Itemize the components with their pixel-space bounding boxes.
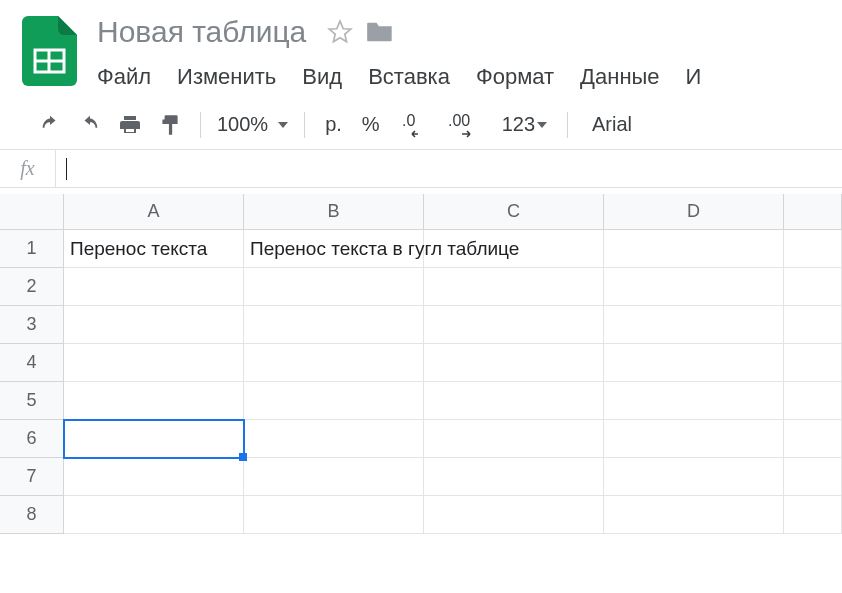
chevron-down-icon — [278, 122, 288, 128]
formula-bar: fx — [0, 150, 842, 188]
svg-marker-3 — [329, 21, 351, 42]
row-header-5[interactable]: 5 — [0, 382, 64, 420]
cell-b1[interactable]: Перенос текста в гугл таблице — [244, 230, 424, 268]
doc-title[interactable]: Новая таблица — [97, 17, 306, 47]
cell-b4[interactable] — [244, 344, 424, 382]
number-format-label: 123 — [502, 113, 535, 136]
cell-e3[interactable] — [784, 306, 842, 344]
row-header-1[interactable]: 1 — [0, 230, 64, 268]
cell-b7[interactable] — [244, 458, 424, 496]
cell-e2[interactable] — [784, 268, 842, 306]
cell-e4[interactable] — [784, 344, 842, 382]
menu-insert[interactable]: Вставка — [368, 60, 462, 100]
col-header-b[interactable]: B — [244, 194, 424, 230]
cell-c4[interactable] — [424, 344, 604, 382]
formula-input[interactable] — [56, 150, 842, 187]
row-header-3[interactable]: 3 — [0, 306, 64, 344]
svg-text:.00: .00 — [448, 112, 470, 129]
cell-c5[interactable] — [424, 382, 604, 420]
menu-bar: Файл Изменить Вид Вставка Формат Данные … — [97, 60, 842, 100]
increase-decimal-button[interactable]: .00 — [438, 105, 492, 145]
star-icon[interactable] — [324, 16, 356, 48]
col-header-d[interactable]: D — [604, 194, 784, 230]
cell-b1-text: Перенос текста в гугл таблице — [250, 238, 519, 260]
format-currency-button[interactable]: р. — [315, 105, 352, 145]
cell-d8[interactable] — [604, 496, 784, 534]
cell-a1[interactable]: Перенос текста — [64, 230, 244, 268]
row-header-6[interactable]: 6 — [0, 420, 64, 458]
cell-e5[interactable] — [784, 382, 842, 420]
toolbar-separator — [567, 112, 568, 138]
cell-c3[interactable] — [424, 306, 604, 344]
cell-b6[interactable] — [244, 420, 424, 458]
cell-a8[interactable] — [64, 496, 244, 534]
spreadsheet-grid: A B C D 1 Перенос текста Перенос текста … — [0, 194, 842, 534]
cell-d1[interactable] — [604, 230, 784, 268]
row-header-8[interactable]: 8 — [0, 496, 64, 534]
menu-edit[interactable]: Изменить — [177, 60, 288, 100]
menu-view[interactable]: Вид — [302, 60, 354, 100]
decrease-decimal-button[interactable]: .0 — [390, 105, 438, 145]
cell-b3[interactable] — [244, 306, 424, 344]
text-cursor — [66, 158, 67, 180]
menu-truncated[interactable]: И — [686, 60, 714, 100]
font-family-dropdown[interactable]: Arial — [578, 113, 632, 136]
paint-format-icon[interactable] — [150, 105, 190, 145]
col-header-c[interactable]: C — [424, 194, 604, 230]
cell-a2[interactable] — [64, 268, 244, 306]
cell-d3[interactable] — [604, 306, 784, 344]
col-header-a[interactable]: A — [64, 194, 244, 230]
cell-c6[interactable] — [424, 420, 604, 458]
redo-icon[interactable] — [70, 105, 110, 145]
cell-d4[interactable] — [604, 344, 784, 382]
cell-d5[interactable] — [604, 382, 784, 420]
folder-icon[interactable] — [364, 16, 396, 48]
toolbar-separator — [200, 112, 201, 138]
print-icon[interactable] — [110, 105, 150, 145]
cell-d6[interactable] — [604, 420, 784, 458]
selection-handle[interactable] — [239, 453, 247, 461]
cell-d7[interactable] — [604, 458, 784, 496]
toolbar: 100% р. % .0 .00 123 Arial — [0, 100, 842, 150]
cell-a3[interactable] — [64, 306, 244, 344]
cell-a5[interactable] — [64, 382, 244, 420]
zoom-value: 100% — [217, 113, 268, 136]
col-header-e[interactable] — [784, 194, 842, 230]
toolbar-separator — [304, 112, 305, 138]
cell-d2[interactable] — [604, 268, 784, 306]
cell-b2[interactable] — [244, 268, 424, 306]
cell-e6[interactable] — [784, 420, 842, 458]
sheets-logo-icon[interactable] — [22, 16, 77, 86]
cell-b8[interactable] — [244, 496, 424, 534]
cell-a6[interactable] — [64, 420, 244, 458]
row-header-2[interactable]: 2 — [0, 268, 64, 306]
number-format-dropdown[interactable]: 123 — [492, 105, 557, 145]
cell-b5[interactable] — [244, 382, 424, 420]
zoom-dropdown[interactable]: 100% — [211, 113, 294, 136]
chevron-down-icon — [537, 122, 547, 128]
menu-data[interactable]: Данные — [580, 60, 671, 100]
row-header-4[interactable]: 4 — [0, 344, 64, 382]
undo-icon[interactable] — [30, 105, 70, 145]
menu-format[interactable]: Формат — [476, 60, 566, 100]
fx-label: fx — [0, 150, 56, 187]
cell-a7[interactable] — [64, 458, 244, 496]
cell-c8[interactable] — [424, 496, 604, 534]
cell-c7[interactable] — [424, 458, 604, 496]
row-header-7[interactable]: 7 — [0, 458, 64, 496]
cell-c2[interactable] — [424, 268, 604, 306]
format-percent-button[interactable]: % — [352, 105, 390, 145]
cell-e8[interactable] — [784, 496, 842, 534]
select-all-corner[interactable] — [0, 194, 64, 230]
cell-e7[interactable] — [784, 458, 842, 496]
menu-file[interactable]: Файл — [97, 60, 163, 100]
cell-e1[interactable] — [784, 230, 842, 268]
svg-text:.0: .0 — [402, 112, 415, 129]
cell-a4[interactable] — [64, 344, 244, 382]
